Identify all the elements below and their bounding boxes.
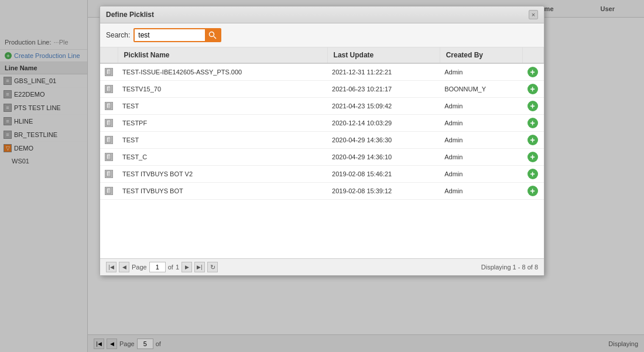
row-last-update: 2020-04-29 14:36:30	[327, 132, 440, 149]
modal-title: Define Picklist	[106, 11, 154, 19]
row-created-by: Admin	[440, 149, 522, 166]
row-picklist-name: TESTV15_70	[118, 81, 327, 98]
picklist-table-wrap: Picklist Name Last Update Created By	[100, 47, 544, 258]
row-created-by: Admin	[440, 98, 522, 115]
table-header: Picklist Name Last Update Created By	[100, 47, 544, 63]
search-input[interactable]	[135, 30, 205, 40]
file-icon	[106, 137, 112, 143]
row-icon-cell	[100, 149, 118, 166]
search-button[interactable]	[205, 29, 220, 41]
modal-prev-page-button[interactable]: ◀	[119, 262, 129, 272]
row-picklist-name: TEST_C	[118, 149, 327, 166]
row-icon	[105, 153, 113, 161]
svg-rect-10	[107, 103, 111, 108]
row-icon-cell	[100, 63, 118, 81]
svg-rect-6	[107, 86, 111, 91]
svg-rect-22	[107, 154, 111, 159]
modal-overlay: Define Picklist × Search:	[0, 0, 644, 352]
file-icon	[106, 188, 112, 194]
row-created-by: Admin	[440, 132, 522, 149]
table-row: TEST 2021-04-23 15:09:42 Admin +	[100, 98, 544, 115]
row-picklist-name: TEST ITVBUYS BOT V2	[118, 166, 327, 183]
row-action-cell: +	[523, 115, 544, 132]
table-row: TESTV15_70 2021-06-23 10:21:17 BOONNUM_Y…	[100, 81, 544, 98]
svg-line-1	[214, 36, 216, 39]
row-icon	[105, 119, 113, 127]
row-last-update: 2021-12-31 11:22:21	[327, 63, 440, 81]
search-icon	[208, 31, 217, 39]
row-icon	[105, 85, 113, 93]
row-icon	[105, 68, 113, 76]
modal-last-page-button[interactable]: ▶|	[194, 262, 205, 272]
modal-first-page-button[interactable]: |◀	[106, 262, 117, 272]
add-picklist-button[interactable]: +	[527, 152, 538, 162]
svg-rect-30	[107, 188, 111, 193]
row-icon-cell	[100, 115, 118, 132]
row-last-update: 2021-06-23 10:21:17	[327, 81, 440, 98]
row-icon-cell	[100, 183, 118, 200]
row-last-update: 2021-04-23 15:09:42	[327, 98, 440, 115]
table-row: TEST_C 2020-04-29 14:36:10 Admin +	[100, 149, 544, 166]
row-action-cell: +	[523, 132, 544, 149]
svg-rect-2	[107, 69, 111, 74]
modal-page-input[interactable]	[149, 262, 166, 272]
row-action-cell: +	[523, 63, 544, 81]
col-action-header	[523, 47, 544, 63]
row-action-cell: +	[523, 149, 544, 166]
add-picklist-button[interactable]: +	[527, 186, 538, 196]
add-picklist-button[interactable]: +	[527, 84, 538, 94]
modal-pagination: |◀ ◀ Page of 1 ▶ ▶| ↻	[106, 262, 218, 272]
row-picklist-name: TEST	[118, 98, 327, 115]
row-action-cell: +	[523, 183, 544, 200]
col-created-by-header: Created By	[440, 47, 522, 63]
search-input-wrap	[133, 28, 221, 42]
col-last-update-header: Last Update	[327, 47, 440, 63]
file-icon	[106, 120, 112, 126]
table-row: TEST-ISSUE-IBE142605-ASSY_PTS.000 2021-1…	[100, 63, 544, 81]
picklist-table: Picklist Name Last Update Created By	[100, 47, 544, 200]
row-last-update: 2019-02-08 15:46:21	[327, 166, 440, 183]
add-picklist-button[interactable]: +	[527, 101, 538, 111]
row-action-cell: +	[523, 81, 544, 98]
col-picklist-name-header: Picklist Name	[118, 47, 327, 63]
row-created-by: Admin	[440, 63, 522, 81]
add-picklist-button[interactable]: +	[527, 67, 538, 77]
svg-point-0	[210, 32, 214, 37]
row-picklist-name: TEST ITVBUYS BOT	[118, 183, 327, 200]
modal-titlebar: Define Picklist ×	[100, 6, 544, 23]
row-icon	[105, 136, 113, 144]
modal-next-page-button[interactable]: ▶	[181, 262, 192, 272]
file-icon	[106, 154, 112, 160]
file-icon	[106, 103, 112, 109]
add-picklist-button[interactable]: +	[527, 118, 538, 128]
row-created-by: Admin	[440, 115, 522, 132]
modal-refresh-button[interactable]: ↻	[207, 262, 218, 272]
svg-rect-26	[107, 171, 111, 176]
row-last-update: 2020-04-29 14:36:10	[327, 149, 440, 166]
file-icon	[106, 69, 112, 75]
row-picklist-name: TEST	[118, 132, 327, 149]
row-picklist-name: TEST-ISSUE-IBE142605-ASSY_PTS.000	[118, 63, 327, 81]
row-last-update: 2020-12-14 10:03:29	[327, 115, 440, 132]
col-icon-header	[100, 47, 118, 63]
file-icon	[106, 171, 112, 177]
modal-of-label: of	[168, 264, 173, 271]
picklist-table-body: TEST-ISSUE-IBE142605-ASSY_PTS.000 2021-1…	[100, 63, 544, 200]
row-icon-cell	[100, 166, 118, 183]
row-icon-cell	[100, 132, 118, 149]
row-icon-cell	[100, 81, 118, 98]
add-picklist-button[interactable]: +	[527, 169, 538, 179]
row-action-cell: +	[523, 166, 544, 183]
modal-close-button[interactable]: ×	[529, 10, 538, 19]
row-created-by: Admin	[440, 166, 522, 183]
table-row: TEST 2020-04-29 14:36:30 Admin +	[100, 132, 544, 149]
svg-rect-14	[107, 120, 111, 125]
row-icon	[105, 187, 113, 195]
modal-page-label: Page	[132, 264, 147, 271]
svg-rect-18	[107, 137, 111, 142]
add-picklist-button[interactable]: +	[527, 135, 538, 145]
row-created-by: Admin	[440, 183, 522, 200]
row-icon	[105, 102, 113, 110]
row-last-update: 2019-02-08 15:39:12	[327, 183, 440, 200]
modal-footer: |◀ ◀ Page of 1 ▶ ▶| ↻ Displaying 1 - 8 o…	[100, 258, 544, 275]
